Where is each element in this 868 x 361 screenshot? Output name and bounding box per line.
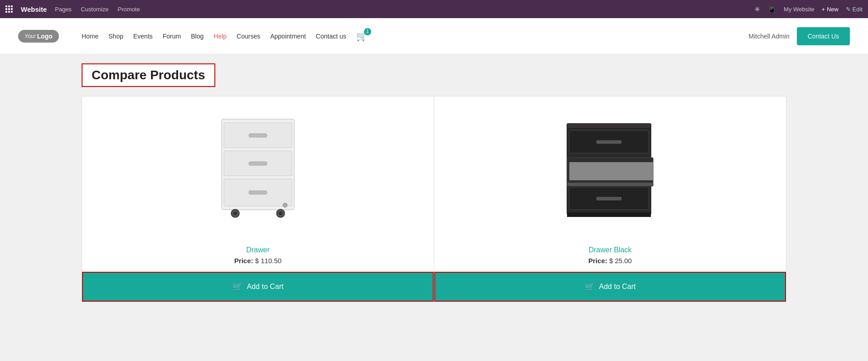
pages-link[interactable]: Pages xyxy=(55,6,72,13)
nav-contact-us[interactable]: Contact us xyxy=(316,33,346,40)
bug-icon[interactable]: ✳ xyxy=(754,5,760,14)
product-price-2: Price: $ 25.00 xyxy=(588,257,632,265)
nav-bar: Your Logo Home Shop Events Forum Blog He… xyxy=(0,18,868,54)
add-to-cart-button-2[interactable]: 🛒 Add to Cart xyxy=(435,273,785,301)
price-value-2: $ 25.00 xyxy=(609,257,632,265)
admin-bar: Website Pages Customize Promote ✳ 📱 My W… xyxy=(0,0,868,18)
admin-user[interactable]: Mitchell Admin xyxy=(748,33,789,40)
main-nav: Home Shop Events Forum Blog Help Courses… xyxy=(82,31,735,42)
product-name-2[interactable]: Drawer Black xyxy=(588,246,631,254)
svg-rect-17 xyxy=(567,183,653,186)
price-value-1: $ 110.50 xyxy=(255,257,281,265)
svg-rect-21 xyxy=(567,212,651,217)
compare-table: Drawer Price: $ 110.50 🛒 Add to Cart xyxy=(82,96,786,302)
cart-icon-btn-1: 🛒 xyxy=(233,282,242,292)
add-to-cart-label-2: Add to Cart xyxy=(599,283,636,291)
logo[interactable]: Your Logo xyxy=(18,30,59,43)
grid-menu-icon[interactable] xyxy=(5,5,13,13)
nav-forum[interactable]: Forum xyxy=(163,33,181,40)
add-to-cart-label-1: Add to Cart xyxy=(247,283,284,291)
page-title: Compare Products xyxy=(92,68,205,82)
product-col-1: Drawer Price: $ 110.50 🛒 Add to Cart xyxy=(82,96,434,302)
price-label-2: Price: xyxy=(588,257,607,265)
page-title-wrapper: Compare Products xyxy=(82,63,215,87)
svg-rect-20 xyxy=(596,197,621,200)
product-image-2 xyxy=(434,96,786,241)
svg-point-7 xyxy=(283,203,287,207)
nav-home[interactable]: Home xyxy=(82,33,98,40)
cart-icon-btn-2: 🛒 xyxy=(585,282,595,292)
nav-shop[interactable]: Shop xyxy=(108,33,123,40)
new-button[interactable]: + New xyxy=(822,6,839,13)
main-content: Compare Products xyxy=(0,54,868,361)
cart-badge: 1 xyxy=(364,28,371,35)
price-label-1: Price: xyxy=(234,257,253,265)
svg-rect-13 xyxy=(567,124,651,128)
svg-rect-6 xyxy=(249,191,267,194)
svg-rect-4 xyxy=(249,162,267,165)
admin-nav: Pages Customize Promote xyxy=(55,6,140,13)
svg-point-11 xyxy=(279,212,282,215)
product-price-1: Price: $ 110.50 xyxy=(234,257,281,265)
mobile-preview-icon[interactable]: 📱 xyxy=(767,5,776,14)
product-image-1 xyxy=(82,96,434,241)
svg-rect-15 xyxy=(596,140,621,144)
svg-rect-2 xyxy=(249,134,267,137)
product-col-2: Drawer Black Price: $ 25.00 🛒 Add to Car… xyxy=(434,96,786,302)
logo-your: Your xyxy=(24,33,36,39)
site-name[interactable]: Website xyxy=(21,5,47,13)
edit-button[interactable]: ✎ Edit xyxy=(846,6,863,13)
logo-text: Logo xyxy=(37,33,53,40)
svg-rect-18 xyxy=(569,162,653,180)
website-name[interactable]: My Website xyxy=(784,6,815,13)
cart-icon[interactable]: 🛒 1 xyxy=(356,31,368,42)
nav-blog[interactable]: Blog xyxy=(191,33,204,40)
add-to-cart-button-1[interactable]: 🛒 Add to Cart xyxy=(83,273,433,301)
product-image-svg-1 xyxy=(213,110,303,228)
nav-events[interactable]: Events xyxy=(133,33,153,40)
product-name-1[interactable]: Drawer xyxy=(246,246,270,254)
svg-point-9 xyxy=(233,212,237,215)
add-to-cart-wrapper-1: 🛒 Add to Cart xyxy=(82,272,434,302)
customize-link[interactable]: Customize xyxy=(81,6,108,13)
nav-right: Mitchell Admin Contact Us xyxy=(748,27,850,45)
promote-link[interactable]: Promote xyxy=(118,6,140,13)
nav-help[interactable]: Help xyxy=(213,33,227,40)
nav-appointment[interactable]: Appointment xyxy=(270,33,306,40)
contact-us-button[interactable]: Contact Us xyxy=(797,27,850,45)
logo-container[interactable]: Your Logo xyxy=(18,30,59,43)
product-image-svg-2 xyxy=(558,110,662,228)
nav-courses[interactable]: Courses xyxy=(237,33,260,40)
add-to-cart-wrapper-2: 🛒 Add to Cart xyxy=(434,272,786,302)
